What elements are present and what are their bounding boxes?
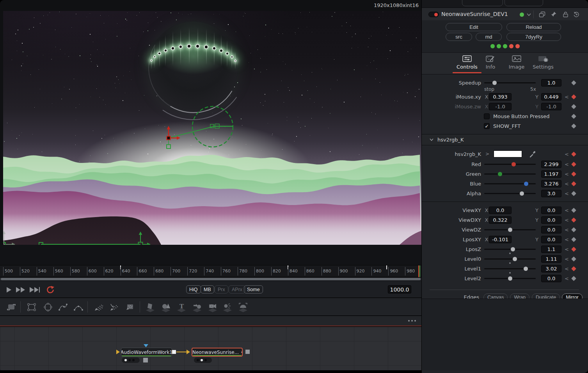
red-slider[interactable] [484, 164, 536, 165]
prev-keyframe-icon[interactable]: < [565, 94, 569, 99]
viewdz-slider-knob[interactable] [508, 228, 512, 232]
node-connection[interactable] [176, 352, 187, 352]
renderer-3d-icon[interactable] [237, 302, 249, 313]
mb-button[interactable]: MB [201, 285, 214, 293]
partial-tab[interactable] [462, 0, 503, 6]
scrollbar-thumb[interactable] [1, 278, 421, 280]
lposz-slider[interactable] [484, 249, 536, 250]
src-button[interactable]: src [446, 33, 472, 41]
tab-image[interactable]: Image [508, 55, 525, 70]
level0-value[interactable]: 1.11 [541, 255, 561, 263]
transform-tool-icon[interactable] [5, 302, 17, 313]
blue-value[interactable]: 3.276 [541, 180, 561, 187]
green-keyframe-icon[interactable] [571, 171, 576, 177]
blue-slider-knob[interactable] [524, 182, 528, 186]
edit-button[interactable]: Edit [446, 23, 502, 31]
node-editor-menu-icon[interactable] [408, 320, 416, 322]
hash-button[interactable]: 7dyyRy [506, 33, 561, 41]
chevron-down-icon[interactable] [525, 11, 532, 18]
node-audiowaveformwork1[interactable]: AudioWaveformWork1 [121, 348, 172, 357]
viewxy-y-field[interactable]: 0.0 [541, 207, 561, 214]
level1-keyframe-icon[interactable] [571, 266, 576, 271]
red-keyframe-icon[interactable] [571, 162, 576, 167]
level0-keyframe-icon[interactable] [571, 256, 576, 262]
particle-render-icon[interactable] [124, 302, 136, 313]
playhead[interactable] [418, 265, 419, 277]
partial-tab[interactable] [505, 0, 543, 6]
level2-slider[interactable] [484, 278, 536, 279]
reset-history-icon[interactable] [573, 11, 580, 18]
imouse-xy-keyframe-icon[interactable] [571, 94, 576, 99]
hsv2rgb-keyframe-icon[interactable] [571, 152, 576, 157]
viewdz-value[interactable]: 0.0 [541, 226, 561, 233]
version-status-dot[interactable] [520, 12, 524, 17]
status-dot[interactable] [497, 44, 501, 48]
node-neonwavesunrise[interactable]: NeonwaveSunrise... [192, 348, 243, 357]
prx-button[interactable]: Prx [215, 285, 228, 293]
status-dot[interactable] [509, 44, 513, 48]
status-dot[interactable] [490, 44, 495, 48]
rectangle-mask-icon[interactable] [26, 302, 37, 313]
lock-icon[interactable] [562, 11, 569, 18]
pin-icon[interactable] [551, 11, 558, 18]
particle-emitter-icon[interactable] [93, 302, 105, 313]
level1-slider-knob[interactable] [524, 267, 528, 271]
lposxy-keyframe-icon[interactable] [571, 237, 576, 242]
viewdxy-x-field[interactable]: 0.322 [489, 216, 512, 224]
imouse-w-field[interactable]: -1.0 [541, 103, 561, 110]
status-dot[interactable] [515, 44, 520, 48]
tab-settings[interactable]: Settings [533, 55, 553, 70]
transform-center-handle[interactable] [167, 136, 171, 140]
prev-keyframe-icon[interactable]: < [565, 162, 569, 167]
viewxy-x-field[interactable]: 0.0 [489, 207, 512, 214]
image-plane-3d-icon[interactable] [144, 302, 156, 313]
blue-slider[interactable] [484, 183, 536, 184]
lposz-keyframe-icon[interactable] [571, 247, 576, 252]
prev-keyframe-icon[interactable]: < [565, 181, 569, 186]
viewdz-slider[interactable] [484, 229, 536, 230]
timeline-scrollbar[interactable] [0, 277, 421, 281]
prev-keyframe-icon[interactable]: < [565, 247, 569, 252]
level2-keyframe-icon[interactable] [571, 276, 576, 281]
green-slider-knob[interactable] [498, 172, 502, 176]
prev-keyframe-icon[interactable]: < [565, 256, 569, 262]
speedup-keyframe-icon[interactable] [571, 80, 576, 85]
red-value[interactable]: 2.299 [541, 161, 561, 168]
section-hsv2rgb[interactable]: hsv2rgb_K [422, 134, 588, 145]
pivot-handle[interactable] [167, 145, 171, 148]
md-button[interactable]: md [476, 33, 502, 41]
hiq-button[interactable]: HiQ [186, 285, 201, 293]
level1-value[interactable]: 3.02 [541, 265, 561, 272]
prev-keyframe-icon[interactable]: < [565, 276, 569, 281]
level2-slider-knob[interactable] [508, 276, 512, 281]
node2-side-square[interactable] [245, 350, 250, 354]
mouse-button-checkbox[interactable] [484, 113, 490, 119]
alpha-keyframe-icon[interactable] [571, 191, 576, 196]
lposz-value[interactable]: 1.1 [541, 246, 561, 253]
mouse-button-keyframe-icon[interactable] [571, 114, 576, 119]
timeline-ruler[interactable]: 5005205405605806006206406606807007207407… [0, 265, 421, 277]
level0-slider[interactable] [484, 258, 536, 260]
green-slider[interactable] [484, 173, 536, 175]
speedup-value[interactable]: 1.0 [541, 79, 561, 87]
light-3d-icon[interactable] [222, 302, 233, 313]
prev-keyframe-icon[interactable]: < [565, 227, 569, 232]
status-dot[interactable] [503, 44, 507, 48]
green-value[interactable]: 1.197 [541, 170, 561, 178]
viewxy-keyframe-icon[interactable] [571, 208, 576, 213]
node1-flag-square[interactable] [143, 358, 148, 362]
node1-flags[interactable] [122, 357, 140, 363]
imouse-z-field[interactable]: -1.0 [489, 103, 512, 110]
viewdz-keyframe-icon[interactable] [571, 227, 576, 232]
prev-keyframe-icon[interactable]: < [565, 152, 569, 157]
eyedropper-icon[interactable] [529, 150, 536, 157]
speedup-slider-knob[interactable] [492, 81, 497, 85]
copy-icon[interactable] [538, 11, 545, 18]
node2-flags[interactable] [194, 357, 212, 363]
imouse-x-field[interactable]: 0.393 [489, 93, 512, 101]
tab-controls[interactable]: Controls [455, 55, 479, 70]
show-fft-checkbox[interactable]: ✓ [484, 123, 490, 129]
tool-enable-toggle[interactable] [428, 12, 439, 17]
text-3d-icon[interactable]: T [176, 302, 187, 313]
loop-button[interactable] [45, 286, 55, 293]
